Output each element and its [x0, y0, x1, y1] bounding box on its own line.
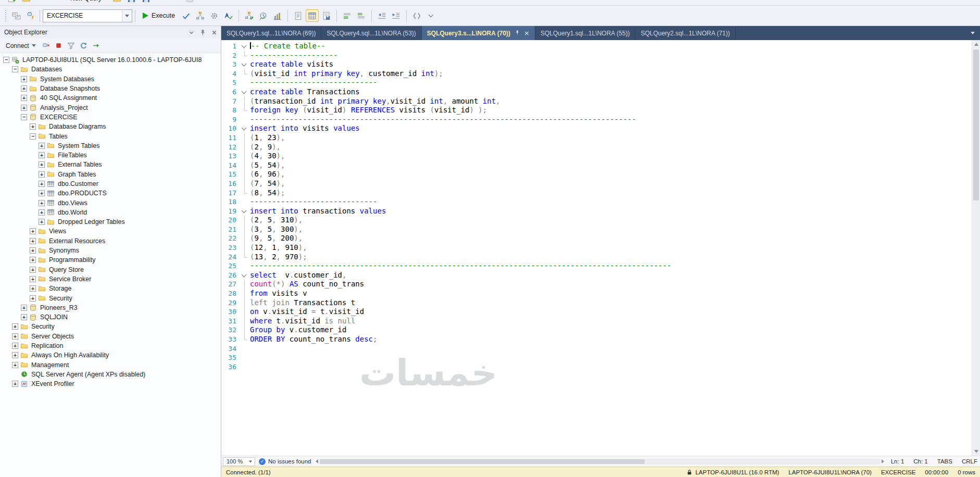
code-line[interactable]: (13, 2, 970);: [250, 253, 307, 262]
code-line[interactable]: (8, 54);: [250, 189, 285, 198]
document-list-dropdown-icon[interactable]: [971, 32, 975, 34]
code-line[interactable]: (9, 5, 200),: [250, 234, 303, 243]
code-lines[interactable]: 1-- Create table--2--------------------3…: [221, 40, 972, 456]
close-icon[interactable]: ×: [524, 29, 530, 37]
filter-icon[interactable]: [65, 40, 77, 52]
open-file-icon[interactable]: [110, 0, 123, 5]
tree-item[interactable]: +Database Diagrams: [0, 122, 221, 131]
expand-icon[interactable]: +: [12, 352, 18, 358]
expand-icon[interactable]: +: [39, 171, 45, 178]
expand-icon[interactable]: +: [30, 238, 36, 244]
code-line[interactable]: ORDER BY count_no_trans desc;: [250, 335, 377, 344]
tree-item[interactable]: +Security: [0, 293, 221, 303]
code-line[interactable]: (3, 5, 300),: [250, 225, 303, 234]
code-line[interactable]: foreign key (visit_id) REFERENCES visits…: [250, 106, 487, 115]
code-line[interactable]: Group by v.customer_id: [250, 325, 346, 335]
collapse-icon[interactable]: −: [12, 66, 18, 72]
tree-item[interactable]: +FileTables: [0, 150, 221, 160]
expand-icon[interactable]: +: [39, 190, 45, 196]
code-line[interactable]: (5, 54),: [250, 161, 285, 170]
tree-item[interactable]: −LAPTOP-6JUI8U1L (SQL Server 16.0.1000.6…: [0, 55, 221, 65]
expand-icon[interactable]: +: [21, 76, 27, 82]
expand-icon[interactable]: +: [30, 228, 36, 234]
tree-item[interactable]: +Analysis_Project: [0, 103, 221, 112]
intellisense-enabled-icon[interactable]: [222, 9, 235, 22]
combo-dropdown-button[interactable]: [122, 10, 132, 22]
code-line[interactable]: count(*) AS count_no_trans: [250, 280, 364, 289]
collapse-icon[interactable]: −: [3, 57, 9, 63]
fold-collapse-icon[interactable]: [240, 124, 250, 133]
horizontal-scrollbar[interactable]: [315, 456, 885, 467]
expand-icon[interactable]: +: [30, 123, 36, 130]
code-line[interactable]: (2, 9),: [250, 143, 281, 152]
fold-collapse-icon[interactable]: [240, 271, 250, 280]
tree-item[interactable]: +System Tables: [0, 141, 221, 150]
collapse-icon[interactable]: −: [30, 133, 36, 140]
increase-indent-icon[interactable]: [390, 9, 403, 22]
code-line[interactable]: (4, 30),: [250, 152, 285, 161]
expand-icon[interactable]: +: [12, 343, 18, 349]
expand-icon[interactable]: +: [21, 85, 27, 92]
uncomment-icon[interactable]: [355, 9, 368, 22]
zoom-combo[interactable]: 100 %: [223, 457, 255, 466]
chevron-down-icon[interactable]: [186, 28, 196, 37]
expand-icon[interactable]: +: [21, 105, 27, 111]
tree-item[interactable]: +Synonyms: [0, 246, 221, 255]
redo-icon[interactable]: [169, 0, 182, 5]
client-statistics-icon[interactable]: [271, 9, 284, 22]
expand-icon[interactable]: +: [30, 257, 36, 263]
tree-item[interactable]: +Database Snapshots: [0, 84, 221, 93]
open-icon[interactable]: [20, 0, 33, 5]
code-line[interactable]: (1, 23),: [250, 133, 285, 143]
code-line[interactable]: select v.customer_id,: [250, 271, 346, 280]
expand-icon[interactable]: +: [39, 219, 45, 225]
document-health-indicator[interactable]: ✓ No issues found: [259, 458, 311, 465]
code-line[interactable]: (12, 1, 910),: [250, 243, 307, 253]
fold-collapse-icon[interactable]: [240, 207, 250, 216]
scroll-up-icon[interactable]: [974, 43, 978, 46]
code-line[interactable]: from visits v: [250, 289, 307, 298]
tree-item[interactable]: SQL Server Agent (Agent XPs disabled): [0, 370, 221, 379]
parse-icon[interactable]: [180, 9, 193, 22]
code-line[interactable]: on v.visit_id = t.visit_id: [250, 307, 364, 317]
decrease-indent-icon[interactable]: [375, 9, 388, 22]
code-line[interactable]: where t.visit_id is null: [250, 317, 355, 326]
collapse-icon[interactable]: −: [21, 114, 27, 120]
comment-out-icon[interactable]: [341, 9, 354, 22]
eol-indicator[interactable]: CRLF: [962, 458, 977, 465]
code-line[interactable]: (7, 54),: [250, 179, 285, 189]
refresh-icon[interactable]: [78, 40, 90, 52]
code-line[interactable]: (transaction_id int primary key,visit_id…: [250, 97, 500, 106]
expand-icon[interactable]: +: [30, 247, 36, 254]
tree-item[interactable]: +External Tables: [0, 160, 221, 169]
fold-collapse-icon[interactable]: [240, 60, 250, 69]
estimated-plan-icon[interactable]: [194, 9, 207, 22]
tree-item[interactable]: +System Databases: [0, 74, 221, 84]
expand-icon[interactable]: +: [12, 381, 18, 387]
new-project-icon[interactable]: [5, 0, 18, 5]
tree-item[interactable]: +Always On High Availability: [0, 350, 221, 360]
tree-item[interactable]: +Server Objects: [0, 332, 221, 341]
expand-icon[interactable]: +: [12, 333, 18, 340]
fold-collapse-icon[interactable]: [240, 87, 250, 97]
document-tab[interactable]: SQLQuery4.sql...1L\NORA (53)): [321, 26, 421, 40]
document-tab[interactable]: SQLQuery3.s...L\NORA (70))×: [422, 26, 535, 40]
live-query-statistics-icon[interactable]: [257, 9, 270, 22]
expand-icon[interactable]: +: [39, 143, 45, 149]
expand-icon[interactable]: +: [39, 200, 45, 206]
hscroll-track[interactable]: [320, 459, 880, 465]
tree-item[interactable]: +dbo.PRODUCTS: [0, 189, 221, 198]
connect-dropdown[interactable]: Connect: [2, 40, 40, 52]
query-options-icon[interactable]: [208, 9, 221, 22]
results-to-grid-icon[interactable]: [306, 9, 319, 22]
available-databases-combo[interactable]: EXCERCISE: [43, 9, 132, 22]
save-all-icon[interactable]: [140, 0, 153, 5]
stop-icon[interactable]: [53, 40, 65, 52]
change-connection-icon[interactable]: [24, 9, 37, 22]
tree-item[interactable]: −EXCERCISE: [0, 112, 221, 122]
results-to-text-icon[interactable]: [292, 9, 305, 22]
tree-item[interactable]: +Pioneers_R3: [0, 303, 221, 312]
save-icon[interactable]: [125, 0, 138, 5]
tree-item[interactable]: +SQLJOIN: [0, 312, 221, 322]
expand-icon[interactable]: +: [21, 314, 27, 320]
